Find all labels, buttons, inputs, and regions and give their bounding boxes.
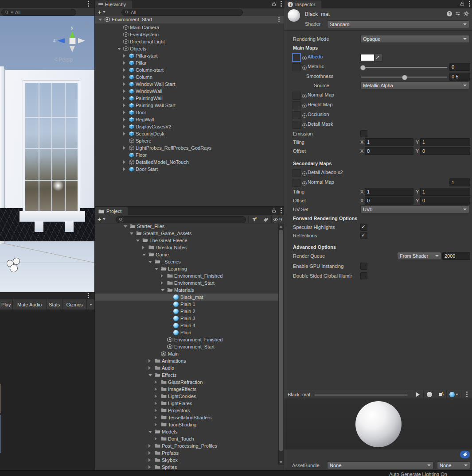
texture-target-icon[interactable]	[302, 94, 307, 98]
project-row[interactable]: Main	[95, 350, 279, 357]
project-row[interactable]: Environment_Finished	[95, 336, 279, 343]
expand-arrow-icon[interactable]	[155, 387, 157, 391]
hierarchy-row[interactable]: PaintingWall	[95, 95, 284, 102]
stats-button[interactable]: Stats	[47, 299, 63, 310]
expand-arrow-icon[interactable]	[148, 458, 151, 462]
expand-arrow-icon[interactable]	[148, 359, 151, 363]
project-row[interactable]: Models	[95, 428, 279, 435]
preview-play-button[interactable]	[412, 390, 423, 399]
scene-viewport[interactable]: y z < Persp	[0, 16, 94, 292]
project-row[interactable]: GlassRefraction	[95, 379, 279, 386]
smoothness-value-field[interactable]: 0.5	[449, 73, 470, 81]
hierarchy-row[interactable]: Main Camera	[95, 24, 284, 31]
hierarchy-row[interactable]: EventSystem	[95, 31, 284, 38]
hierarchy-row[interactable]: Pillar-start	[95, 52, 284, 59]
project-row[interactable]: Skybox	[95, 457, 279, 464]
expand-arrow-icon[interactable]	[123, 61, 125, 65]
albedo-texture-slot[interactable]	[293, 54, 300, 62]
project-row[interactable]: Projectors	[95, 407, 279, 414]
preview-lighting-button[interactable]	[435, 390, 446, 399]
hierarchy-row[interactable]: DisplayCasesV2	[95, 123, 284, 130]
expand-arrow-icon[interactable]	[155, 395, 157, 398]
project-row[interactable]: Learning	[95, 265, 279, 272]
axis-x-cone[interactable]	[78, 38, 85, 43]
tab-hierarchy[interactable]: Hierarchy	[95, 0, 132, 8]
expand-arrow-icon[interactable]	[123, 146, 125, 150]
preview-menu-button[interactable]	[461, 390, 472, 399]
collapse-arrow-icon[interactable]	[124, 225, 127, 228]
hierarchy-row[interactable]: Pillar	[95, 59, 284, 66]
help-icon[interactable]: ?	[447, 11, 452, 16]
light-probe-handle[interactable]	[13, 258, 20, 265]
expand-arrow-icon[interactable]	[155, 416, 157, 419]
texture-target-icon[interactable]	[302, 181, 307, 186]
project-row[interactable]: Black_mat	[95, 294, 279, 301]
expand-arrow-icon[interactable]	[123, 125, 125, 128]
expand-arrow-icon[interactable]	[123, 82, 125, 86]
expand-arrow-icon[interactable]	[123, 167, 125, 171]
scrollbar-thumb[interactable]	[279, 230, 283, 451]
gizmo-center-cube[interactable]	[69, 38, 76, 44]
shader-dropdown[interactable]: Standard	[327, 20, 469, 28]
project-row[interactable]: Dont_Touch	[95, 435, 279, 442]
axis-z-label[interactable]: z	[53, 37, 56, 43]
create-object-button[interactable]: +	[98, 9, 105, 15]
collapse-arrow-icon[interactable]	[148, 374, 152, 376]
create-asset-button[interactable]: +	[98, 216, 105, 222]
project-row[interactable]: ImageEffects	[95, 386, 279, 393]
tiling-y-field[interactable]: 1	[420, 138, 470, 146]
pane-menu-icon[interactable]	[88, 3, 89, 4]
albedo-color-swatch[interactable]	[360, 54, 374, 61]
axis-down-cone[interactable]	[70, 46, 75, 52]
preview-shape-button[interactable]	[423, 390, 435, 399]
project-row[interactable]: _Scenes	[95, 258, 279, 265]
hierarchy-row[interactable]: Column-start	[95, 66, 284, 74]
scroll-up-arrow[interactable]	[280, 225, 282, 228]
lock-icon[interactable]	[460, 1, 464, 6]
hidden-packages-toggle[interactable]: 9	[271, 216, 283, 223]
collapse-arrow-icon[interactable]	[117, 48, 121, 50]
hierarchy-row[interactable]: Objects	[95, 45, 284, 52]
project-row[interactable]: LightFlares	[95, 400, 279, 407]
lighting-status[interactable]: Auto Generate Lighting On	[389, 472, 447, 476]
tab-inspector[interactable]: i Inspector	[285, 0, 321, 8]
hierarchy-row[interactable]: DetailedModel_NoTouch	[95, 159, 284, 166]
project-row[interactable]: Stealth_Game_Assets	[95, 230, 279, 237]
maximize-on-play-button[interactable]: Play	[0, 299, 13, 310]
collapse-arrow-icon[interactable]	[142, 254, 146, 256]
hierarchy-row[interactable]: Window Wall Start	[95, 81, 284, 88]
reflections-checkbox[interactable]	[360, 232, 367, 239]
expand-arrow-icon[interactable]	[148, 465, 151, 469]
metallic-value-field[interactable]: 0	[449, 63, 470, 71]
asset-bundle-variant-dropdown[interactable]: None	[437, 461, 470, 469]
collapse-arrow-icon[interactable]	[130, 232, 133, 235]
hierarchy-row[interactable]: Painting Wall Start	[95, 102, 284, 109]
project-row[interactable]: Environment_Finished	[95, 272, 279, 279]
tab-project[interactable]: Project	[95, 207, 128, 215]
offset-x-field[interactable]: 0	[365, 147, 413, 155]
lock-icon[interactable]	[272, 208, 276, 213]
eyedropper-button[interactable]	[374, 54, 382, 62]
gpu-instancing-checkbox[interactable]	[360, 263, 367, 270]
project-row[interactable]: Audio	[95, 364, 279, 372]
metallic-texture-slot[interactable]	[293, 63, 300, 71]
project-row[interactable]: Game	[95, 251, 279, 258]
secondary-tiling-y-field[interactable]: 1	[420, 188, 470, 196]
project-row[interactable]: Environment_Start	[95, 343, 279, 350]
expand-arrow-icon[interactable]	[123, 111, 125, 114]
expand-arrow-icon[interactable]	[123, 104, 125, 107]
expand-arrow-icon[interactable]	[123, 89, 125, 93]
collapse-arrow-icon[interactable]	[148, 431, 152, 433]
hierarchy-row[interactable]: SecurityDesk	[95, 130, 284, 137]
expand-arrow-icon[interactable]	[155, 423, 157, 426]
offset-y-field[interactable]: 0	[420, 147, 470, 155]
project-row[interactable]: Director Notes	[95, 244, 279, 251]
expand-arrow-icon[interactable]	[123, 54, 125, 58]
asset-bundle-dropdown[interactable]: None	[327, 461, 433, 469]
project-row[interactable]: Prefabs	[95, 449, 279, 457]
search-by-type-button[interactable]	[248, 216, 260, 223]
detail-mask-texture-slot[interactable]	[293, 121, 300, 129]
specular-highlights-checkbox[interactable]	[360, 224, 367, 231]
project-row[interactable]: LightCookies	[95, 393, 279, 400]
expand-arrow-icon[interactable]	[148, 444, 151, 448]
